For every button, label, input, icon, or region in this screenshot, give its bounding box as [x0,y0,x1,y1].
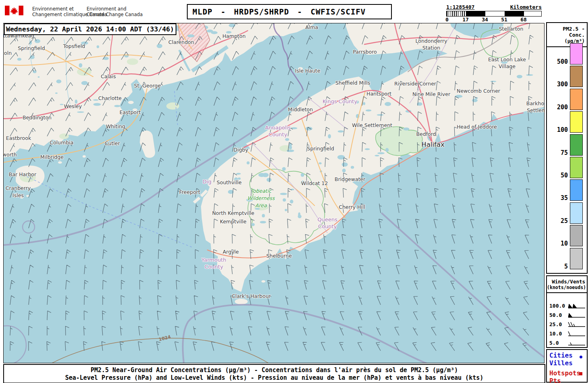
map-label: Calais [101,73,116,79]
map-label: Eastbrook [6,135,31,141]
wind-speed-value: 10.0 [549,331,562,337]
pm25-level-value: 500 [557,58,568,65]
pm25-level-value: 10 [561,240,568,247]
scale-tick-label: 51 [501,17,507,23]
pm25-legend-title: PM2.5 - Conc. [547,23,587,38]
product-title-box: MLDP - HRDPS/SHRPD - CWFIS/SCIFV [187,4,392,19]
map-label: Topsfield [63,43,85,49]
legend-divider [547,292,587,293]
map-label: Riverside Corner [394,81,436,87]
eccc-weather-map-page: { "header": { "org_fr": ["Environnement … [0,0,588,383]
timestamp: Wednesday, 22 April 2026 14:00 ADT (33/4… [5,25,174,33]
wind-speed-row: 100.0 [547,301,587,310]
map-label: Southville [217,179,242,185]
map-label: County [205,264,223,270]
map-label: Bedford [416,131,436,137]
scale-tick-label: 34 [482,17,488,23]
wind-barb-icon [567,312,586,318]
map-label: Annapolis [265,125,291,131]
org-name-en: Environment and Climate Change Canada [87,6,143,17]
map-label: Village [499,63,516,69]
map-label: Area [255,202,267,208]
map-label: Cranberry [6,185,31,191]
map-label: Barkhouse [526,100,545,106]
pm25-color-swatch [570,179,583,201]
map-label: Beddington [23,114,52,121]
map-label: Ellsworth [3,152,17,158]
map-label: Station [422,45,440,51]
map-label: Dig [203,179,211,185]
scale-ratio: 1:1285407 [446,4,474,10]
map-label: Charlotte [98,95,122,101]
map-label: Nine Mile River [412,91,450,97]
pm25-level-value: 5 [564,263,568,270]
map-label: St. George [134,83,161,89]
map-label: Settlement [527,107,545,113]
wind-speed-value: 100.0 [549,303,565,309]
pm25-color-scale: 50030020010075503525105 [547,44,587,271]
wind-barb-icon [567,321,586,328]
pm25-level-value: 200 [557,104,568,111]
map-label: East Loon Lake [488,56,526,62]
map-label: Yarmouth [201,257,226,263]
pm25-color-swatch [570,43,583,65]
winds-legend: Winds/Vents (knots/noeuds) 100.050.025.0… [546,275,588,348]
wind-barb-icon [567,340,586,346]
map-label: Wile Settlement [352,122,392,128]
map-label: Kings County [323,98,357,104]
map-label: Londonderry [416,38,447,44]
map-label: Halifax [421,141,444,148]
map-label: Columbia [50,139,73,146]
timestamp-box: Wednesday, 22 April 2026 14:00 ADT (33/4… [4,23,176,35]
map-label: Head of Jeddore [457,124,497,130]
map-label: Wilderness [247,195,275,201]
scale-tick-label: 68 [520,17,527,23]
map-label: Middleton [288,106,313,112]
pm25-level-row: 5 [547,249,587,269]
pm25-level-value: 25 [561,217,568,225]
hotspots-label-fr: Pts chauds [549,377,587,383]
hotspot-marker-icon [579,372,582,375]
pm25-level-row: 75 [547,135,587,156]
map-label: Eastport [120,109,141,115]
scale-tick-label: 0 [445,17,449,23]
map-label: Clark's Harbour [232,293,271,299]
wind-barb-icon [567,331,586,337]
map-label: Hampton [222,33,246,39]
map-label: Sheffield Mills [335,80,370,86]
scale-tick-label: 17 [462,17,469,23]
pm25-level-value: 75 [561,149,568,156]
pm25-level-value: 35 [561,194,568,202]
wind-speed-row: 5.0 [547,338,587,348]
pm25-level-row: 35 [547,180,587,201]
pm25-level-value: 50 [561,172,568,179]
map-label: Wesley [64,103,82,109]
pm25-color-swatch [570,111,583,133]
scalebar-ticks: 017345168 [446,17,541,23]
wind-barb-icon [567,303,586,309]
map-label: Lincoln [3,50,12,56]
pm25-color-swatch [570,134,583,156]
scalebar-segment [505,11,524,16]
map-label: Shelburne [266,253,292,259]
pm25-level-value: 100 [557,126,568,133]
wind-speed-scale: 100.050.025.010.05.0 [547,301,587,348]
pm25-color-swatch [570,225,583,246]
wind-speed-value: 5.0 [549,340,559,346]
pm25-color-swatch [570,248,583,269]
map-label: Isle Haute [295,68,321,74]
pm25-level-row: 300 [547,67,587,87]
map-label: Queens [317,216,337,223]
map-label: Wildcat 12 [301,180,328,186]
map-label: County [269,131,287,137]
pm25-color-swatch [570,202,583,224]
pm25-level-row: 200 [547,90,587,110]
map-base-layers [4,23,544,363]
map-label: County [318,223,337,229]
canada-flag-icon [5,5,23,16]
map-label: North Kemptville [212,210,255,216]
wind-speed-row: 50.0 [547,310,587,320]
pm25-level-row: 25 [547,203,587,224]
pm25-color-swatch [570,89,583,110]
map-label: Freeport [179,189,200,195]
